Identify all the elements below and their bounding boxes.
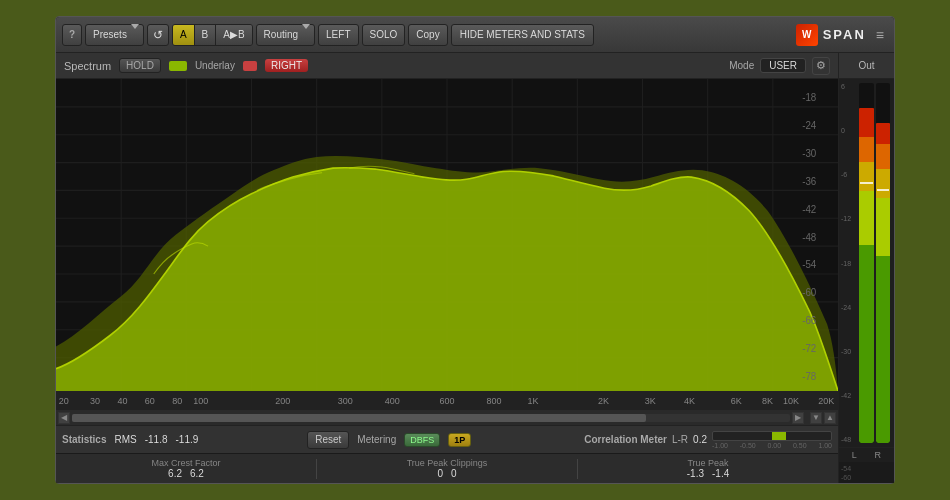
truepeak-values: -1.3 -1.4 xyxy=(687,468,729,479)
corr-axis-neg1: -1.00 xyxy=(712,442,728,449)
freq-label-20: 20 xyxy=(59,396,69,406)
clippings-r: 0 xyxy=(451,468,457,479)
spectrum-header: Spectrum HOLD Underlay RIGHT Mode USER ⚙ xyxy=(56,53,838,79)
divider-1 xyxy=(316,459,317,479)
logo-area: W SPAN xyxy=(796,24,866,46)
freq-label-8k: 8K xyxy=(762,396,773,406)
ab-b-button[interactable]: B xyxy=(195,25,217,45)
freq-label-100: 100 xyxy=(193,396,208,406)
scroll-thumb-horizontal xyxy=(72,414,646,422)
routing-button[interactable]: Routing xyxy=(256,24,315,46)
crest-values: 6.2 6.2 xyxy=(168,468,204,479)
vu-l-label: L xyxy=(852,450,857,460)
tp-button[interactable]: 1P xyxy=(448,433,471,447)
vu-bar-l xyxy=(859,83,874,443)
clippings-values: 0 0 xyxy=(437,468,456,479)
presets-button[interactable]: Presets xyxy=(85,24,144,46)
db-scale-neg24: -24 xyxy=(841,304,856,311)
rms-label: RMS xyxy=(114,434,136,445)
stats-bar: Statistics RMS -11.8 -11.9 Reset Meterin… xyxy=(56,425,838,453)
svg-text:-78: -78 xyxy=(802,371,817,382)
freq-label-2k: 2K xyxy=(598,396,609,406)
svg-text:-60: -60 xyxy=(802,287,817,298)
lr-value: 0.2 xyxy=(693,434,707,445)
db-scale-neg42: -42 xyxy=(841,392,856,399)
db-scale-0: 0 xyxy=(841,127,856,134)
ab-group: A B A▶B xyxy=(172,24,253,46)
statistics-label: Statistics xyxy=(62,434,106,445)
scroll-right-button[interactable]: ▶ xyxy=(792,412,804,424)
left-button[interactable]: LEFT xyxy=(318,24,358,46)
truepeak-label: True Peak xyxy=(687,458,728,468)
solo-button[interactable]: SOLO xyxy=(362,24,406,46)
corr-section: Correlation Meter L-R 0.2 -1.00 -0.50 0.… xyxy=(584,431,832,449)
svg-text:-42: -42 xyxy=(802,204,816,215)
truepeak-r: -1.4 xyxy=(712,468,729,479)
scroll-left-button[interactable]: ◀ xyxy=(58,412,70,424)
color-indicator-red xyxy=(243,61,257,71)
clippings-l: 0 xyxy=(437,468,443,479)
freq-label-30: 30 xyxy=(90,396,100,406)
vu-bars-container xyxy=(857,81,892,445)
menu-button[interactable]: ≡ xyxy=(872,25,888,45)
corr-axis-pos05: 0.50 xyxy=(793,442,807,449)
spectrum-svg: -18 -24 -30 -36 -42 -48 -54 -60 -66 -72 … xyxy=(56,79,838,391)
ab-a-button[interactable]: A xyxy=(173,25,195,45)
lr-label: L-R xyxy=(672,434,688,445)
logo-icon: W xyxy=(796,24,818,46)
vu-header: Out xyxy=(839,53,894,79)
freq-label-300: 300 xyxy=(338,396,353,406)
freq-label-800: 800 xyxy=(486,396,501,406)
truepeak-l: -1.3 xyxy=(687,468,704,479)
scroll-zoom-in[interactable]: ▲ xyxy=(824,412,836,424)
crest-l: 6.2 xyxy=(168,468,182,479)
refresh-button[interactable]: ↺ xyxy=(147,24,169,46)
svg-text:-48: -48 xyxy=(802,231,817,242)
vu-bottom-scale: -54 -60 xyxy=(839,462,894,483)
vu-channel-labels: L R xyxy=(839,447,894,462)
freq-label-6k: 6K xyxy=(731,396,742,406)
db-scale-neg18: -18 xyxy=(841,260,856,267)
mode-value: USER xyxy=(760,58,806,73)
reset-button[interactable]: Reset xyxy=(307,431,349,449)
dbfs-button[interactable]: DBFS xyxy=(404,433,440,447)
db-scale-6: 6 xyxy=(841,83,856,90)
divider-2 xyxy=(577,459,578,479)
db-scale-neg6: -6 xyxy=(841,171,856,178)
crest-stat: Max Crest Factor 6.2 6.2 xyxy=(66,458,306,479)
freq-axis: 20 30 40 60 80 100 200 300 400 600 800 1… xyxy=(56,391,838,409)
corr-label: Correlation Meter xyxy=(584,434,667,445)
ab-copy-button[interactable]: A▶B xyxy=(216,25,251,45)
freq-label-20k: 20K xyxy=(818,396,834,406)
mode-label: Mode xyxy=(729,60,754,71)
hold-button[interactable]: HOLD xyxy=(119,58,161,73)
toolbar-right: W SPAN ≡ xyxy=(796,24,888,46)
freq-label-3k: 3K xyxy=(645,396,656,406)
freq-label-10k: 10K xyxy=(783,396,799,406)
hide-meters-button[interactable]: HIDE METERS AND STATS xyxy=(451,24,594,46)
svg-text:-54: -54 xyxy=(802,259,817,270)
corr-axis-pos1: 1.00 xyxy=(818,442,832,449)
freq-label-60: 60 xyxy=(145,396,155,406)
freq-label-40: 40 xyxy=(117,396,127,406)
copy-button[interactable]: Copy xyxy=(408,24,447,46)
scroll-zoom-out[interactable]: ▼ xyxy=(810,412,822,424)
freq-label-200: 200 xyxy=(275,396,290,406)
corr-axis-0: 0.00 xyxy=(768,442,782,449)
db-scale-neg30: -30 xyxy=(841,348,856,355)
vu-meter: Out 6 0 -6 -12 -18 -24 -30 -42 -48 xyxy=(838,53,894,483)
help-button[interactable]: ? xyxy=(62,24,82,46)
gear-button[interactable]: ⚙ xyxy=(812,57,830,75)
color-indicator-green xyxy=(169,61,187,71)
scrollbar-row: ◀ ▶ ▼ ▲ xyxy=(56,409,838,425)
vu-r-label: R xyxy=(875,450,882,460)
svg-text:-66: -66 xyxy=(802,315,817,326)
svg-text:-24: -24 xyxy=(802,120,817,131)
rms-l-value: -11.8 xyxy=(145,434,168,445)
logo-text: SPAN xyxy=(823,27,866,42)
metering-label: Metering xyxy=(357,434,396,445)
scroll-track-horizontal[interactable] xyxy=(72,414,790,422)
vu-bar-r xyxy=(876,83,891,443)
svg-text:-30: -30 xyxy=(802,148,817,159)
db-scale-neg48: -48 xyxy=(841,436,856,443)
